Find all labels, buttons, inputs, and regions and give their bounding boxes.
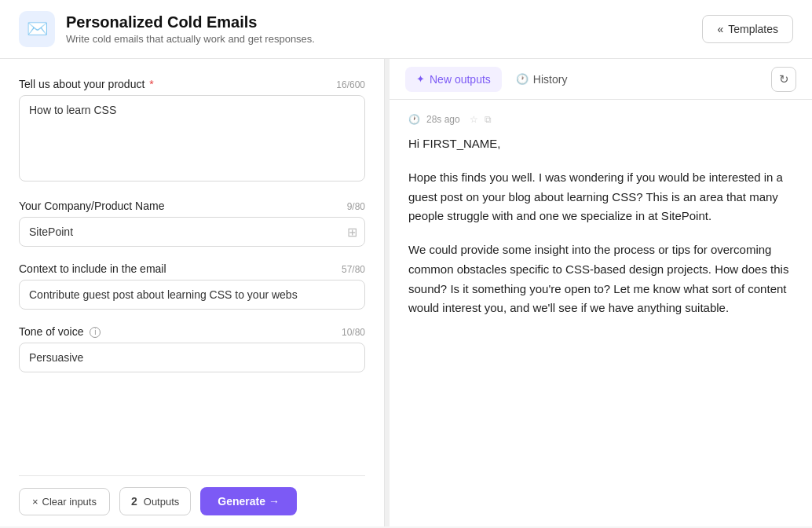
- field-label-row-product: Tell us about your product * 16/600: [19, 78, 365, 90]
- clock-small-icon: 🕐: [408, 114, 420, 125]
- output-content: 🕐 28s ago ☆ ⧉ Hi FIRST_NAME, Hope this f…: [390, 100, 812, 526]
- generate-button-label: Generate →: [218, 495, 280, 508]
- header-left: ✉️ Personalized Cold Emails Write cold e…: [19, 11, 315, 47]
- clear-inputs-button[interactable]: × Clear inputs: [19, 488, 110, 515]
- app-subtitle: Write cold emails that actually work and…: [66, 33, 315, 45]
- templates-button[interactable]: « Templates: [702, 15, 793, 43]
- input-company-name[interactable]: [19, 217, 365, 247]
- templates-button-label: Templates: [728, 23, 778, 35]
- field-label-row-context: Context to include in the email 57/80: [19, 262, 365, 275]
- output-paragraph-1: Hope this finds you well. I was wonderin…: [408, 168, 793, 226]
- refresh-button[interactable]: ↻: [771, 67, 796, 92]
- input-wrapper-context: [19, 280, 365, 310]
- app-title: Personalized Cold Emails: [66, 13, 315, 31]
- field-label-row-company: Your Company/Product Name 9/80: [19, 200, 365, 212]
- input-context[interactable]: [19, 280, 365, 310]
- outputs-count: 2: [131, 495, 137, 508]
- chevron-left-icon: «: [717, 23, 723, 35]
- tab-new-outputs-label: New outputs: [430, 73, 491, 86]
- copy-icon: ⧉: [485, 114, 492, 125]
- app-icon: ✉️: [19, 11, 55, 47]
- main-layout: Tell us about your product * 16/600 How …: [0, 59, 812, 526]
- right-panel: ✦ New outputs 🕐 History ↻ 🕐 28s ago ☆ ⧉ …: [390, 59, 812, 526]
- count-company-name: 9/80: [347, 201, 365, 212]
- star-icon: ☆: [470, 114, 478, 125]
- bottom-bar: × Clear inputs 2 Outputs Generate →: [19, 475, 365, 526]
- field-product-description: Tell us about your product * 16/600 How …: [19, 78, 365, 184]
- outputs-label: Outputs: [144, 496, 180, 508]
- count-product-description: 16/600: [336, 79, 365, 90]
- info-icon-tone[interactable]: i: [90, 327, 101, 338]
- header-info: Personalized Cold Emails Write cold emai…: [66, 13, 315, 45]
- refresh-icon: ↻: [779, 72, 789, 86]
- label-context: Context to include in the email: [19, 262, 166, 275]
- tab-new-outputs[interactable]: ✦ New outputs: [405, 67, 502, 92]
- count-context: 57/80: [342, 264, 365, 275]
- tab-history[interactable]: 🕐 History: [505, 67, 579, 92]
- field-company-name: Your Company/Product Name 9/80 ⊞: [19, 200, 365, 247]
- tab-history-label: History: [533, 73, 568, 86]
- clear-inputs-label: Clear inputs: [42, 496, 97, 508]
- field-context: Context to include in the email 57/80: [19, 262, 365, 310]
- sparkle-icon: ✦: [416, 73, 425, 85]
- left-panel: Tell us about your product * 16/600 How …: [0, 59, 385, 526]
- field-tone: Tone of voice i 10/80: [19, 325, 365, 372]
- label-company-name: Your Company/Product Name: [19, 200, 164, 212]
- x-icon: ×: [32, 496, 38, 508]
- outputs-stepper: 2 Outputs: [119, 487, 191, 515]
- input-tone[interactable]: [19, 343, 365, 372]
- input-wrapper-company: ⊞: [19, 217, 365, 247]
- output-body: Hi FIRST_NAME, Hope this finds you well.…: [408, 134, 793, 318]
- field-label-row-tone: Tone of voice i 10/80: [19, 325, 365, 338]
- output-greeting: Hi FIRST_NAME,: [408, 134, 793, 154]
- output-paragraph-2: We could provide some insight into the p…: [408, 240, 793, 318]
- count-tone: 10/80: [342, 327, 365, 338]
- label-tone: Tone of voice i: [19, 325, 101, 338]
- grid-icon: ⊞: [347, 225, 357, 240]
- input-wrapper-tone: [19, 343, 365, 372]
- textarea-product-description[interactable]: How to learn CSS: [19, 95, 365, 182]
- output-timestamp: 28s ago: [426, 114, 460, 125]
- required-asterisk-product: *: [146, 78, 153, 90]
- tabs-bar: ✦ New outputs 🕐 History ↻: [390, 59, 812, 100]
- label-product-description: Tell us about your product *: [19, 78, 154, 90]
- generate-button[interactable]: Generate →: [200, 487, 297, 515]
- output-meta: 🕐 28s ago ☆ ⧉: [408, 114, 793, 125]
- header: ✉️ Personalized Cold Emails Write cold e…: [0, 0, 812, 59]
- clock-icon: 🕐: [516, 73, 529, 85]
